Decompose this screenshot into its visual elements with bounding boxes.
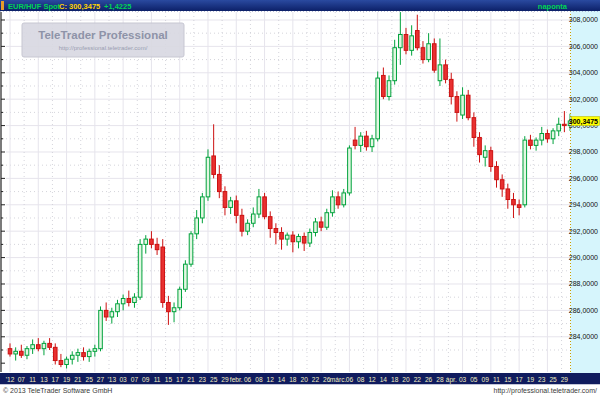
candle-body-up[interactable] xyxy=(25,349,29,356)
y-axis[interactable]: 308,0000306,0000304,0000302,0000300,0000… xyxy=(569,11,600,373)
candle-body-up[interactable] xyxy=(314,222,318,233)
candle-body-down[interactable] xyxy=(240,215,244,231)
candle-body-up[interactable] xyxy=(229,201,233,208)
candle-body-up[interactable] xyxy=(172,308,176,312)
candle-body-down[interactable] xyxy=(512,200,516,205)
candle-body-up[interactable] xyxy=(308,233,312,244)
candle-body-down[interactable] xyxy=(444,65,448,80)
candle-body-up[interactable] xyxy=(87,351,91,356)
y-axis-panel[interactable] xyxy=(571,11,600,373)
candle-body-up[interactable] xyxy=(195,218,199,234)
x-axis[interactable]: '120711131719212527'13030709111517212325… xyxy=(0,373,600,385)
candle-body-up[interactable] xyxy=(410,36,414,51)
candle[interactable] xyxy=(206,149,210,200)
candle[interactable] xyxy=(138,239,142,300)
candle-body-down[interactable] xyxy=(82,353,86,357)
candle-body-up[interactable] xyxy=(178,289,182,307)
candle-body-down[interactable] xyxy=(104,310,108,317)
candle-body-down[interactable] xyxy=(59,361,63,365)
candle-body-down[interactable] xyxy=(421,48,425,60)
candle-body-up[interactable] xyxy=(285,235,289,239)
candlestick-chart[interactable]: TeleTrader Professional http://professio… xyxy=(0,0,600,400)
candle-body-down[interactable] xyxy=(274,229,278,233)
candle-body-down[interactable] xyxy=(416,31,420,48)
candle[interactable] xyxy=(432,38,436,72)
candle-body-down[interactable] xyxy=(280,233,284,240)
candle-body-up[interactable] xyxy=(438,65,442,81)
candle-body-up[interactable] xyxy=(540,134,544,141)
candle-body-up[interactable] xyxy=(201,197,205,218)
candle-body-up[interactable] xyxy=(483,151,487,158)
candle-body-up[interactable] xyxy=(144,239,148,244)
candle-body-down[interactable] xyxy=(127,299,131,303)
candle-body-up[interactable] xyxy=(138,244,142,297)
candle-body-up[interactable] xyxy=(31,345,35,349)
candle-body-down[interactable] xyxy=(20,351,24,355)
candle-body-up[interactable] xyxy=(70,355,74,359)
candle-body-up[interactable] xyxy=(42,343,46,348)
candle-body-down[interactable] xyxy=(150,239,154,244)
candle-body-down[interactable] xyxy=(546,134,550,139)
candle-body-down[interactable] xyxy=(161,247,165,302)
candle-body-down[interactable] xyxy=(472,118,476,138)
candle[interactable] xyxy=(184,260,188,292)
candle[interactable] xyxy=(376,71,380,141)
candle-body-down[interactable] xyxy=(336,197,340,205)
candle-body-down[interactable] xyxy=(449,79,453,96)
candle-body-up[interactable] xyxy=(523,140,527,205)
candle-body-down[interactable] xyxy=(455,97,459,113)
candle[interactable] xyxy=(348,145,352,195)
candle-body-up[interactable] xyxy=(257,197,261,214)
candle-body-up[interactable] xyxy=(246,223,250,231)
candle-body-up[interactable] xyxy=(206,157,210,197)
candle-body-up[interactable] xyxy=(99,310,103,348)
candle-body-down[interactable] xyxy=(218,174,222,191)
candle-body-up[interactable] xyxy=(76,353,80,356)
candle-body-down[interactable] xyxy=(155,244,159,249)
candle-body-up[interactable] xyxy=(65,359,69,364)
candle-body-down[interactable] xyxy=(48,343,52,347)
candle-body-down[interactable] xyxy=(53,347,57,360)
candle[interactable] xyxy=(523,136,527,207)
candle[interactable] xyxy=(161,239,165,308)
candle-body-up[interactable] xyxy=(325,213,329,228)
candle-body-up[interactable] xyxy=(557,124,561,131)
candle-body-up[interactable] xyxy=(133,297,137,302)
candle-body-up[interactable] xyxy=(461,95,465,115)
candle-body-up[interactable] xyxy=(427,44,431,60)
candle-body-down[interactable] xyxy=(353,140,357,145)
candle-body-up[interactable] xyxy=(93,349,97,352)
candle-body-down[interactable] xyxy=(466,95,470,117)
candle-body-down[interactable] xyxy=(302,236,306,243)
candle[interactable] xyxy=(99,306,103,351)
candle-body-up[interactable] xyxy=(331,197,335,213)
candle-body-up[interactable] xyxy=(184,264,188,289)
candle-body-down[interactable] xyxy=(234,201,238,216)
candle-body-up[interactable] xyxy=(551,131,555,139)
candle-body-down[interactable] xyxy=(563,124,567,125)
candle-body-down[interactable] xyxy=(489,151,493,167)
candle-body-down[interactable] xyxy=(500,180,504,189)
candle-body-down[interactable] xyxy=(263,197,267,217)
candle-body-down[interactable] xyxy=(404,35,408,51)
candle-body-down[interactable] xyxy=(529,140,533,145)
footer-url[interactable]: http://professional.teletrader.com/ xyxy=(494,387,598,395)
candle-body-down[interactable] xyxy=(212,156,216,174)
candle-body-up[interactable] xyxy=(359,136,363,145)
candle-body-down[interactable] xyxy=(36,345,40,349)
candle-body-up[interactable] xyxy=(370,139,374,147)
candle-body-up[interactable] xyxy=(342,193,346,205)
candle-body-up[interactable] xyxy=(387,81,391,97)
candle-body-down[interactable] xyxy=(319,222,323,227)
candle-body-up[interactable] xyxy=(348,148,352,193)
candle-body-down[interactable] xyxy=(495,167,499,180)
candle-body-down[interactable] xyxy=(432,44,436,70)
candle-body-down[interactable] xyxy=(365,136,369,147)
candle-body-up[interactable] xyxy=(393,48,397,81)
candle-body-up[interactable] xyxy=(121,299,125,304)
candle[interactable] xyxy=(263,193,267,219)
candle[interactable] xyxy=(178,287,182,311)
candle-body-up[interactable] xyxy=(251,214,255,223)
candle-body-down[interactable] xyxy=(291,235,295,242)
candle-body-down[interactable] xyxy=(223,192,227,208)
